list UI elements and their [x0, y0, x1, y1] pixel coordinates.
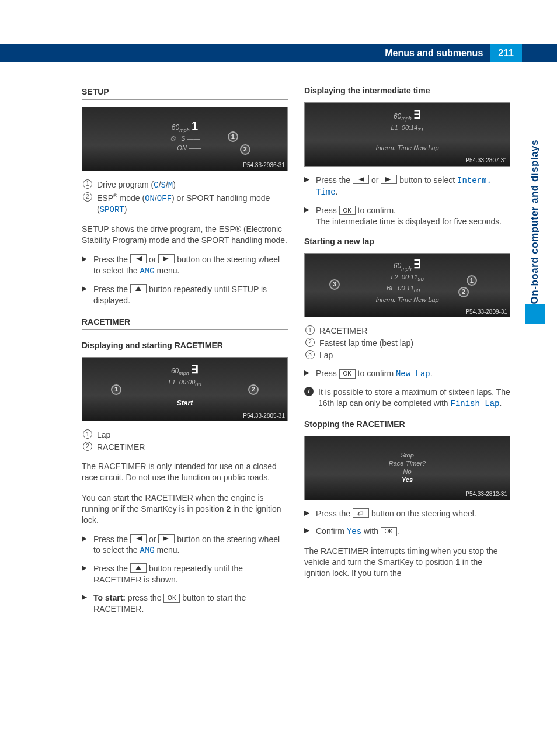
page-number: 211 — [490, 44, 522, 62]
rt-step-2: Press the button repeatedly until the RA… — [82, 563, 288, 585]
newlap-legend: 1RACETIMER 2Fastest lap time (best lap) … — [304, 324, 510, 362]
up-arrow-key-icon — [130, 284, 147, 293]
page-header: Menus and submenus 211 — [0, 44, 557, 62]
stop-display-image: Stop Race-Timer? No Yes P54.33-2812-31 — [304, 436, 510, 500]
stop-title: Stopping the RACETIMER — [304, 419, 510, 430]
setup-legend: 1 Drive program (C/S/M) 2 ESP® mode (ON/… — [82, 178, 288, 217]
stop-step-1: Press the button on the steering wheel. — [304, 508, 510, 519]
image-tag: P54.33-2805-31 — [243, 412, 285, 420]
callout-1-icon: 1 — [83, 179, 92, 189]
svg-marker-12 — [358, 177, 364, 182]
interm-step-1: Press the or button to select Interm. Ti… — [304, 175, 510, 198]
rt-step-3: To start: press the OK button to start t… — [82, 592, 288, 615]
svg-marker-9 — [135, 566, 141, 570]
racetimer-p1: The RACETIMER is only intended for use o… — [82, 461, 288, 483]
svg-marker-15 — [304, 370, 309, 376]
callout-2-icon: 2 — [305, 338, 315, 347]
info-icon: i — [304, 387, 314, 396]
left-arrow-key-icon — [353, 175, 369, 184]
image-tag: P54.33-2807-31 — [465, 157, 507, 165]
header-title: Menus and submenus — [385, 48, 483, 58]
callout-2-icon: 2 — [83, 192, 92, 202]
step-bullet-icon — [82, 254, 89, 277]
newlap-title: Starting a new lap — [304, 236, 510, 247]
left-column: SETUP 60mph 1 ⚙ S —— ON —— 1 2 P54.33-29… — [82, 82, 288, 733]
svg-marker-4 — [135, 286, 141, 291]
svg-marker-5 — [82, 536, 87, 542]
svg-marker-11 — [304, 177, 309, 182]
svg-marker-7 — [163, 536, 169, 541]
svg-marker-3 — [82, 286, 87, 292]
racetimer-legend: 1Lap 2RACETIMER — [82, 428, 288, 454]
content-area: SETUP 60mph 1 ⚙ S —— ON —— 1 2 P54.33-29… — [82, 82, 510, 733]
callout-1-icon: 1 — [83, 429, 92, 439]
svg-marker-2 — [163, 256, 169, 261]
step-bullet-icon — [304, 368, 311, 380]
ok-key-icon: OK — [339, 369, 356, 379]
setup-step-1: Press the or button on the steering whee… — [82, 254, 288, 277]
rt-step-1: Press the or button on the steering whee… — [82, 534, 288, 557]
svg-marker-0 — [82, 256, 87, 262]
step-bullet-icon — [304, 508, 311, 519]
svg-marker-1 — [136, 256, 142, 261]
setup-title: SETUP — [82, 86, 288, 100]
svg-marker-6 — [136, 536, 142, 541]
newlap-display-image: 60mph ∃ — L2 00:1190 — BL 00:1160 — Inte… — [304, 253, 510, 317]
step-bullet-icon — [304, 526, 311, 537]
step-bullet-icon — [82, 534, 89, 557]
callout-3-icon: 3 — [305, 350, 315, 359]
newlap-info: i It is possible to store a maximum of s… — [304, 387, 510, 410]
setup-display-image: 60mph 1 ⚙ S —— ON —— 1 2 P54.33-2936-31 — [82, 107, 288, 171]
step-bullet-icon — [82, 284, 89, 306]
svg-marker-10 — [82, 595, 87, 600]
step-bullet-icon — [304, 205, 311, 227]
section-tab-marker — [525, 304, 545, 324]
setup-step-2: Press the button repeatedly until SETUP … — [82, 284, 288, 306]
right-arrow-key-icon — [381, 175, 397, 184]
image-tag: P54.33-2936-31 — [243, 161, 285, 169]
racetimer-display-image: 60mph ∃ — L1 00:0000 — Start 1 2 P54.33-… — [82, 357, 288, 421]
back-key-icon — [353, 508, 369, 518]
ok-key-icon: OK — [381, 527, 397, 536]
racetimer-title: RACETIMER — [82, 317, 288, 330]
image-tag: P54.33-2812-31 — [465, 490, 507, 498]
racetimer-sub1: Displaying and starting RACETIMER — [82, 340, 288, 351]
image-tag: P54.33-2809-31 — [465, 308, 507, 316]
interm-title: Displaying the intermediate time — [304, 85, 510, 96]
ok-key-icon: OK — [339, 206, 356, 215]
interm-step-2: Press OK to confirm.The intermediate tim… — [304, 205, 510, 227]
step-bullet-icon — [82, 592, 89, 615]
right-arrow-key-icon — [158, 254, 175, 263]
callout-2-icon: 2 — [83, 442, 92, 451]
section-tab: On-board computer and displays — [524, 70, 545, 324]
right-column: Displaying the intermediate time 60mph ∃… — [304, 82, 510, 733]
ok-key-icon: OK — [163, 594, 180, 603]
interm-display-image: 60mph ∃ L1 00:1471 Interm. Time New Lap … — [304, 102, 510, 167]
newlap-step-1: Press OK to confirm New Lap. — [304, 368, 510, 380]
setup-description: SETUP shows the drive program, the ESP® … — [82, 224, 288, 246]
callout-1-icon: 1 — [305, 325, 315, 335]
stop-paragraph: The RACETIMER interrupts timing when you… — [304, 546, 510, 579]
left-arrow-key-icon — [130, 254, 147, 263]
section-tab-label: On-board computer and displays — [529, 134, 541, 304]
step-bullet-icon — [304, 175, 311, 198]
up-arrow-key-icon — [130, 563, 147, 573]
svg-marker-8 — [82, 566, 87, 571]
svg-marker-16 — [304, 511, 309, 516]
racetimer-p2: You can start the RACETIMER when the eng… — [82, 493, 288, 526]
left-arrow-key-icon — [130, 534, 147, 543]
svg-marker-13 — [385, 177, 391, 182]
svg-marker-14 — [304, 207, 309, 213]
svg-marker-17 — [304, 528, 309, 533]
stop-step-2: Confirm Yes with OK. — [304, 526, 510, 537]
right-arrow-key-icon — [158, 534, 175, 543]
step-bullet-icon — [82, 563, 89, 585]
